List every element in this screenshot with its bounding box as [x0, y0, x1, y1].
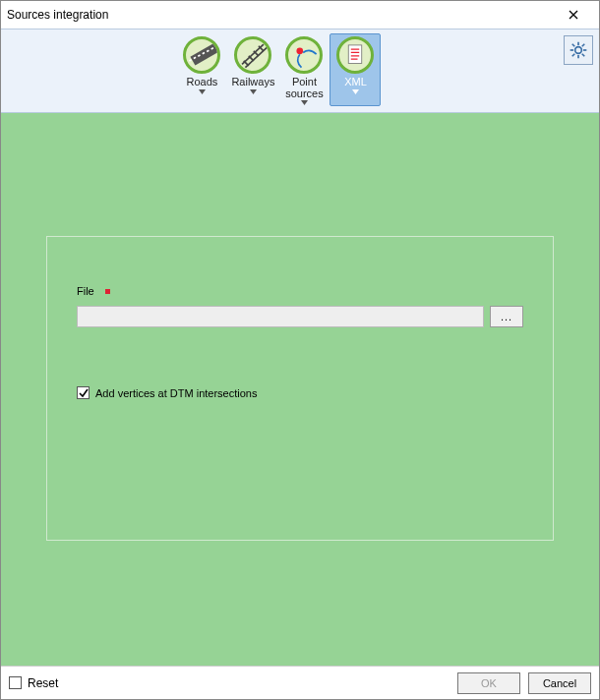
settings-button[interactable] [564, 35, 593, 65]
toolbar-group: Roads Railways [176, 33, 381, 106]
checkbox-icon [9, 676, 22, 689]
svg-line-26 [582, 54, 585, 57]
file-row: ... [77, 306, 523, 327]
svg-marker-13 [301, 100, 308, 105]
svg-point-20 [575, 47, 582, 54]
reset-label: Reset [28, 676, 58, 690]
main-area: File ... Add vertices at DTM intersectio… [1, 113, 599, 666]
file-label: File [77, 285, 94, 297]
point-sources-icon [285, 36, 323, 74]
chevron-down-icon [250, 89, 257, 94]
svg-rect-14 [349, 45, 362, 64]
checkbox-icon [77, 386, 90, 399]
svg-marker-4 [199, 89, 206, 94]
toolbar-item-railways[interactable]: Railways [227, 33, 278, 106]
close-button[interactable] [554, 3, 593, 27]
dtm-checkbox-row[interactable]: Add vertices at DTM intersections [77, 386, 523, 399]
dtm-checkbox-label: Add vertices at DTM intersections [95, 387, 257, 399]
svg-marker-11 [250, 89, 257, 94]
cancel-label: Cancel [543, 677, 576, 689]
svg-line-28 [572, 54, 575, 57]
footer: Reset OK Cancel [1, 666, 599, 699]
ok-label: OK [481, 677, 497, 689]
required-marker [105, 289, 110, 294]
gear-icon [569, 40, 588, 60]
ok-button[interactable]: OK [457, 672, 520, 694]
form-panel: File ... Add vertices at DTM intersectio… [46, 236, 554, 541]
roads-icon [183, 36, 220, 74]
reset-checkbox[interactable]: Reset [9, 676, 58, 690]
toolbar-item-point-sources[interactable]: Point sources [278, 33, 330, 106]
svg-point-12 [297, 47, 304, 54]
toolbar-item-xml[interactable]: XML [330, 33, 381, 106]
xml-icon [336, 36, 374, 74]
svg-marker-19 [352, 89, 359, 94]
railways-icon [234, 36, 271, 74]
toolbar-label: Roads [187, 77, 218, 88]
toolbar: Roads Railways [1, 29, 599, 113]
svg-rect-2 [191, 43, 218, 66]
file-input[interactable] [77, 306, 484, 327]
cancel-button[interactable]: Cancel [528, 672, 591, 694]
chevron-down-icon [199, 89, 206, 94]
browse-label: ... [501, 311, 512, 322]
svg-line-25 [572, 44, 575, 47]
window-title: Sources integration [7, 8, 554, 22]
chevron-down-icon [352, 89, 359, 94]
close-icon [569, 10, 578, 20]
svg-line-27 [582, 44, 585, 47]
toolbar-item-roads[interactable]: Roads [176, 33, 227, 106]
browse-button[interactable]: ... [490, 306, 523, 327]
toolbar-label: Railways [231, 77, 274, 88]
titlebar: Sources integration [1, 1, 599, 29]
toolbar-label: XML [344, 77, 367, 88]
chevron-down-icon [301, 100, 308, 105]
svg-line-7 [244, 61, 249, 66]
toolbar-label: Point sources [281, 77, 327, 99]
